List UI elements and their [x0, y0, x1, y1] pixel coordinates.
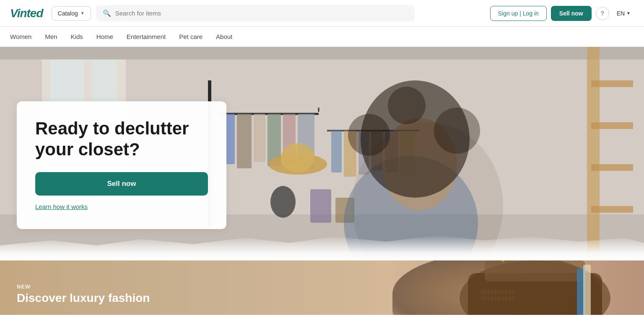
hero-title: Ready to declutter your closet?	[35, 118, 208, 160]
catalog-label: Catalog	[58, 10, 78, 17]
search-bar: 🔍	[96, 5, 415, 21]
auth-button[interactable]: Sign up | Log in	[490, 6, 547, 21]
nav-item-kids[interactable]: Kids	[71, 31, 83, 42]
svg-text:LV LV LV LV LV: LV LV LV LV LV	[480, 289, 515, 295]
language-label: EN	[617, 10, 625, 17]
chevron-down-icon: ▼	[626, 11, 631, 15]
svg-rect-17	[331, 131, 342, 173]
svg-rect-24	[591, 80, 633, 87]
svg-text:LV LV LV LV LV: LV LV LV LV LV	[480, 296, 515, 302]
hero-card: Ready to declutter your closet? Sell now…	[17, 101, 226, 229]
header-right: Sign up | Log in Sell now ? EN ▼	[490, 6, 634, 21]
nav-item-about[interactable]: About	[216, 31, 232, 42]
promo-title: Discover luxury fashion	[17, 291, 150, 305]
promo-section: LV LV LV LV LV LV LV LV LV LV NEW Discov…	[0, 260, 644, 315]
svg-rect-12	[254, 114, 265, 162]
search-icon: 🔍	[103, 9, 111, 17]
svg-rect-5	[0, 47, 644, 59]
svg-rect-27	[591, 206, 633, 213]
navigation: Women Men Kids Home Entertainment Pet ca…	[0, 27, 644, 47]
nav-item-home[interactable]: Home	[96, 31, 113, 42]
svg-rect-42	[485, 260, 585, 281]
language-selector[interactable]: EN ▼	[613, 8, 634, 19]
svg-point-37	[348, 114, 390, 156]
sell-now-button-header[interactable]: Sell now	[551, 6, 592, 21]
chevron-down-icon: ▼	[80, 11, 85, 15]
nav-item-entertainment[interactable]: Entertainment	[127, 31, 166, 42]
svg-point-30	[270, 186, 296, 218]
nav-item-women[interactable]: Women	[10, 31, 31, 42]
hero-section: Ready to declutter your closet? Sell now…	[0, 47, 644, 260]
svg-rect-23	[587, 47, 600, 260]
svg-rect-31	[310, 189, 331, 223]
help-button[interactable]: ?	[596, 7, 609, 20]
svg-rect-25	[591, 122, 633, 129]
learn-how-link[interactable]: Learn how it works	[35, 203, 88, 210]
help-icon: ?	[600, 10, 604, 17]
svg-rect-46	[583, 265, 591, 315]
svg-point-39	[388, 87, 426, 124]
svg-point-38	[434, 108, 480, 154]
promo-text: NEW Discover luxury fashion	[17, 283, 150, 305]
svg-point-29	[281, 143, 314, 173]
logo[interactable]: Vinted	[10, 7, 43, 20]
nav-item-pet-care[interactable]: Pet care	[179, 31, 203, 42]
promo-new-label: NEW	[17, 283, 150, 290]
nav-item-men[interactable]: Men	[45, 31, 57, 42]
catalog-button[interactable]: Catalog ▼	[52, 6, 91, 21]
sell-now-button-hero[interactable]: Sell now	[35, 172, 208, 196]
search-input[interactable]	[115, 10, 408, 17]
svg-rect-11	[237, 114, 252, 168]
header: Vinted Catalog ▼ 🔍 Sign up | Log in Sell…	[0, 0, 644, 27]
svg-rect-26	[591, 164, 633, 171]
